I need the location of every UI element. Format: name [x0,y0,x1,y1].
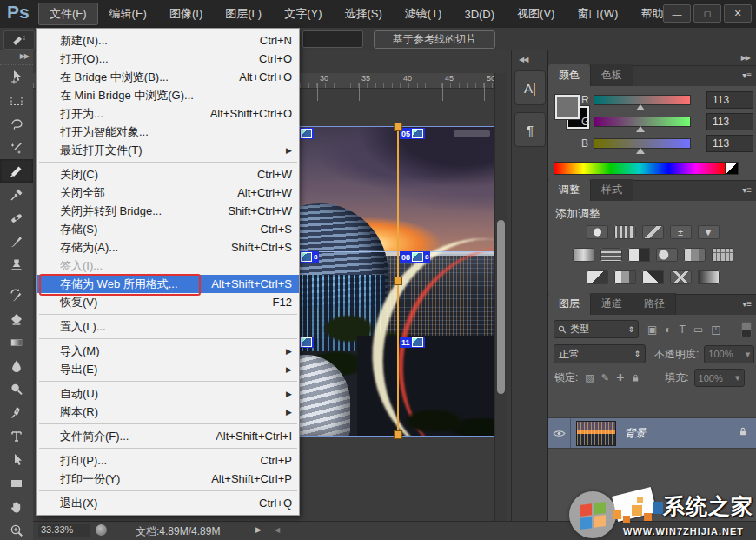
menu-item-new[interactable]: 新建(N)...Ctrl+N [37,31,299,50]
menu-item-print[interactable]: 打印(P)...Ctrl+P [37,451,299,470]
history-brush-tool[interactable] [0,283,33,307]
brightness-contrast-icon[interactable] [587,225,608,239]
healing-brush-tool[interactable] [0,206,33,230]
menu-item-scripts[interactable]: 脚本(R)▶ [37,403,299,421]
character-panel-button[interactable]: A| [514,70,546,105]
menu-edit[interactable]: 编辑(E) [98,3,158,25]
menu-item-place[interactable]: 置入(L)... [37,317,299,336]
menu-item-import[interactable]: 导入(M)▶ [37,342,299,360]
move-tool[interactable] [0,65,33,89]
gradient-tool[interactable] [0,330,33,354]
filter-smart-objects-icon[interactable]: ◳ [711,323,720,336]
photo-filter-icon[interactable] [656,248,678,262]
menu-view[interactable]: 视图(V) [506,3,566,25]
tab-adjustments[interactable]: 调整 [548,179,591,201]
menu-item-exit[interactable]: 退出(X)Ctrl+Q [37,494,299,512]
clone-stamp-tool[interactable] [0,253,33,277]
brush-tool[interactable] [0,230,33,253]
menu-item-print-one-copy[interactable]: 打印一份(Y)Alt+Shift+Ctrl+P [37,470,299,488]
filter-adjustment-layers-icon[interactable]: ◐ [665,323,671,336]
opacity-field[interactable]: 100% ▾ [704,345,754,363]
invert-icon[interactable] [587,270,608,284]
menu-item-save-as[interactable]: 存储为(A)...Shift+Ctrl+S [37,238,299,257]
slices-from-guides-button[interactable]: 基于参考线的切片 [374,30,495,49]
levels-icon[interactable] [614,225,636,239]
foreground-color-swatch[interactable] [555,95,580,119]
menu-item-save-for-web[interactable]: 存储为 Web 所用格式...Alt+Shift+Ctrl+S [37,275,299,293]
lock-transparency-icon[interactable]: ▨ [585,372,594,383]
menu-3d[interactable]: 3D(D) [453,4,506,24]
paragraph-panel-button[interactable]: ¶ [514,112,546,147]
menu-item-close-and-go-to-bridge[interactable]: 关闭并转到 Bridge...Shift+Ctrl+W [37,202,299,220]
tab-color[interactable]: 颜色 [548,64,591,86]
menu-item-file-info[interactable]: 文件简介(F)...Alt+Shift+Ctrl+I [37,427,299,445]
menu-window[interactable]: 窗口(W) [566,3,629,25]
lock-all-icon[interactable] [631,373,640,383]
lock-position-icon[interactable]: ✚ [616,372,624,383]
exposure-icon[interactable]: ± [670,225,692,239]
menu-item-open[interactable]: 打开(O)...Ctrl+O [37,50,299,68]
zoom-tool[interactable] [0,518,33,540]
posterize-icon[interactable] [614,270,636,284]
green-value-field[interactable]: 113 [706,113,753,130]
threshold-icon[interactable] [642,270,664,284]
blue-value-field[interactable]: 113 [706,135,753,152]
rectangular-marquee-tool[interactable] [0,89,33,112]
menu-item-automate[interactable]: 自动(U)▶ [37,384,299,403]
tab-layers[interactable]: 图层 [548,293,591,315]
toolbar-collapse-icon[interactable]: ▶▶ [0,50,33,65]
black-white-icon[interactable] [628,248,650,262]
menu-item-open-as-smart-object[interactable]: 打开为智能对象... [37,123,299,141]
menu-filter[interactable]: 滤镜(T) [394,3,454,25]
layer-filter-toggle[interactable] [741,322,752,337]
panel-menu-icon[interactable]: ▾≡ [742,70,752,80]
menu-item-open-recent[interactable]: 最近打开文件(T)▶ [37,141,299,159]
path-selection-tool[interactable] [0,448,33,471]
status-menu-icon[interactable]: ▶ [255,525,262,534]
vibrance-icon[interactable]: ▼ [698,225,720,239]
hue-saturation-icon[interactable] [573,248,594,262]
filter-shape-layers-icon[interactable]: ▭ [693,323,703,336]
status-scroll-left-icon[interactable]: ◀ [275,526,280,534]
menu-item-browse-in-mini-bridge[interactable]: 在 Mini Bridge 中浏览(G)... [37,86,299,104]
color-balance-icon[interactable] [600,248,622,262]
menu-item-save[interactable]: 存储(S)Ctrl+S [37,220,299,238]
blue-slider[interactable] [594,138,691,149]
tab-swatches[interactable]: 色板 [591,64,633,86]
vertical-scrollbar-thumb[interactable] [497,220,505,394]
menu-item-browse-in-bridge[interactable]: 在 Bridge 中浏览(B)...Alt+Ctrl+O [37,68,299,86]
red-value-field[interactable]: 113 [706,91,753,109]
menu-type[interactable]: 文字(Y) [273,3,333,25]
menu-item-revert[interactable]: 恢复(V)F12 [37,293,299,311]
close-button[interactable]: ✕ [724,4,752,23]
menu-item-close-all[interactable]: 关闭全部Alt+Ctrl+W [37,183,299,202]
menu-layer[interactable]: 图层(L) [214,3,273,25]
pen-tool[interactable] [0,401,33,424]
gradient-map-icon[interactable] [698,270,720,284]
filter-type-layers-icon[interactable]: T [680,323,686,336]
tab-paths[interactable]: 路径 [633,293,676,315]
blend-mode-select[interactable]: 正常 ⇕ [554,344,646,363]
slice-tool[interactable] [0,159,33,183]
fill-field[interactable]: 100% ▾ [694,369,745,387]
spectrum-bw-swatch[interactable] [725,162,739,175]
filter-pixel-layers-icon[interactable]: ▣ [647,323,657,336]
guide-handle[interactable] [394,123,402,131]
slice-badge-05[interactable]: 05 [400,128,425,139]
slice-badge-11[interactable]: 11 [400,337,425,348]
maximize-button[interactable]: □ [693,4,721,23]
panel-menu-icon[interactable]: ▾≡ [742,185,752,195]
menu-item-open-as[interactable]: 打开为...Alt+Shift+Ctrl+O [37,104,299,123]
menu-select[interactable]: 选择(S) [333,3,393,25]
menu-image[interactable]: 图像(I) [158,3,214,25]
expand-panels-icon[interactable]: ◀◀ [512,50,547,63]
rectangle-shape-tool[interactable] [0,471,33,495]
tab-channels[interactable]: 通道 [591,293,633,315]
menu-item-close[interactable]: 关闭(C)Ctrl+W [37,165,299,183]
magic-wand-tool[interactable] [0,136,33,159]
blur-tool[interactable] [0,354,33,377]
menu-file[interactable]: 文件(F) [38,3,98,25]
layer-row-background[interactable]: 背景 [548,417,756,449]
type-tool[interactable] [0,424,33,448]
menu-item-export[interactable]: 导出(E)▶ [37,360,299,378]
